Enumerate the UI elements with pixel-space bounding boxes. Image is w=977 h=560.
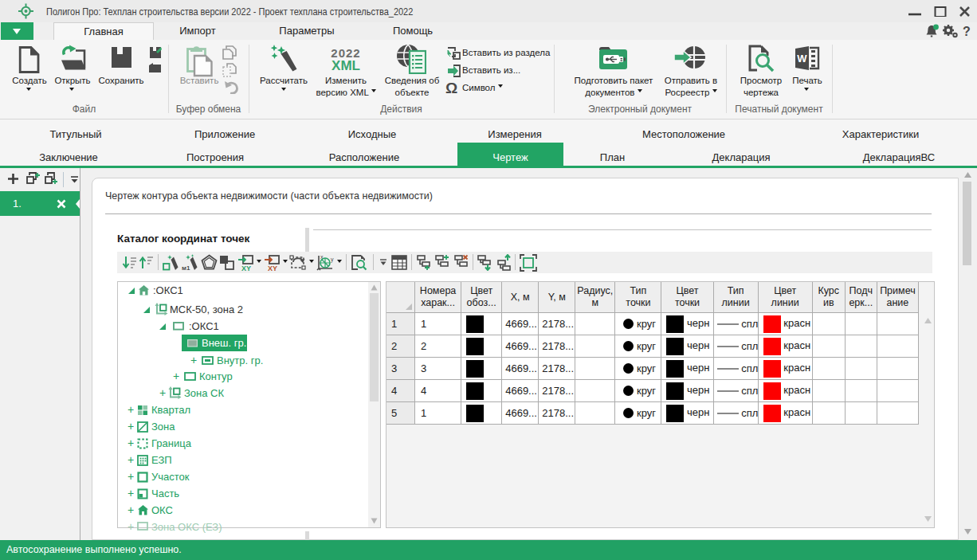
svg-text:XY: XY bbox=[241, 264, 251, 272]
svg-text:W: W bbox=[797, 53, 807, 65]
svg-text:XY: XY bbox=[268, 264, 277, 272]
svg-text:?: ? bbox=[963, 25, 971, 38]
svg-text:y: y bbox=[331, 257, 334, 263]
svg-text:м1: м1 bbox=[182, 264, 190, 271]
